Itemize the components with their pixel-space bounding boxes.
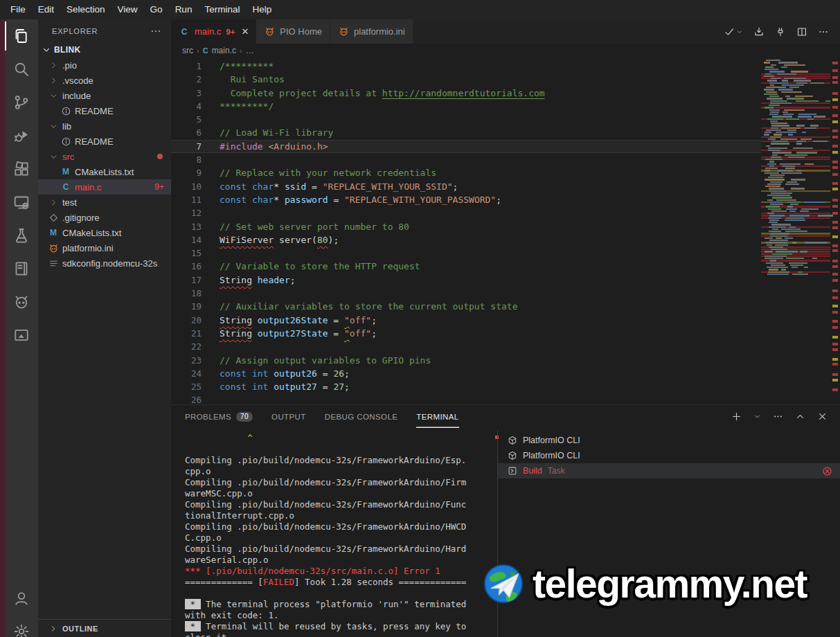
code-line-1[interactable]: 1/********* <box>171 60 761 73</box>
code-line-9[interactable]: 9// Replace with your network credential… <box>171 166 761 179</box>
tree-item-readme[interactable]: README <box>38 103 171 118</box>
serial-monitor-plug-icon[interactable] <box>775 26 786 37</box>
code-line-23[interactable]: 23// Assign output variables to GPIO pin… <box>171 354 761 367</box>
more-actions-icon[interactable] <box>818 26 829 37</box>
tree-root-blink[interactable]: BLINK <box>38 42 171 57</box>
thumbnails-icon[interactable] <box>5 318 38 352</box>
menu-selection[interactable]: Selection <box>60 0 111 19</box>
remote-explorer-icon[interactable] <box>5 186 38 219</box>
menu-file[interactable]: File <box>4 0 32 19</box>
tree-item-gitignore[interactable]: .gitignore <box>38 210 171 225</box>
code-line-6[interactable]: 6// Load Wi-Fi library <box>171 126 761 139</box>
code-text: const char* ssid = "REPLACE_WITH_YOUR_SS… <box>220 180 458 193</box>
ruler-mark <box>832 188 838 190</box>
minimap-line <box>761 228 830 230</box>
tree-item-lib[interactable]: lib <box>38 118 171 134</box>
terminal-profile-dropdown-icon[interactable] <box>753 413 761 420</box>
run-check-icon[interactable] <box>724 26 743 37</box>
outline-section[interactable]: OUTLINE <box>38 619 171 637</box>
menu-go[interactable]: Go <box>144 0 169 19</box>
extensions-icon[interactable] <box>5 152 38 186</box>
install-icon[interactable] <box>753 26 765 37</box>
close-panel-icon[interactable] <box>817 411 828 422</box>
breadcrumb-item-src[interactable]: src <box>182 46 193 55</box>
menu-terminal[interactable]: Terminal <box>198 0 246 19</box>
code-line-18[interactable]: 18 <box>171 287 761 300</box>
tree-item-cmakelists-txt[interactable]: MCMakeLists.txt <box>38 164 171 179</box>
menu-view[interactable]: View <box>111 0 144 19</box>
source-control-icon[interactable] <box>5 86 38 119</box>
accounts-icon[interactable] <box>5 582 38 615</box>
tab-main-c[interactable]: Cmain.c9+✕ <box>171 19 256 44</box>
panel-tab-debug-console[interactable]: DEBUG CONSOLE <box>325 405 398 428</box>
code-line-4[interactable]: 4*********/ <box>171 100 761 113</box>
docs-icon[interactable] <box>5 252 38 285</box>
code-line-13[interactable]: 13// Set web server port number to 80 <box>171 220 761 233</box>
code-line-15[interactable]: 15 <box>171 246 761 260</box>
tree-item-test[interactable]: test <box>38 195 171 210</box>
code-line-11[interactable]: 11const char* password = "REPLACE_WITH_Y… <box>171 193 761 206</box>
code-line-21[interactable]: 21String output27State = "off"; <box>171 327 761 340</box>
code-line-7[interactable]: 7#include <Arduino.h> <box>171 140 761 153</box>
terminal-session-platformio-cli[interactable]: PlatformIO CLI <box>498 448 840 463</box>
panel-tab-problems[interactable]: PROBLEMS70 <box>185 405 253 428</box>
minimap-line <box>761 156 830 158</box>
tree-item-vscode[interactable]: .vscode <box>38 73 171 88</box>
menu-run[interactable]: Run <box>169 0 199 19</box>
terminal-session-buildtask[interactable]: BuildTask <box>498 463 840 478</box>
code-line-22[interactable]: 22 <box>171 340 761 353</box>
testing-icon[interactable] <box>5 219 38 252</box>
code-line-2[interactable]: 2 Rui Santos <box>171 73 761 86</box>
minimap[interactable] <box>761 60 830 276</box>
tree-item-readme[interactable]: README <box>38 134 171 149</box>
minimap-line <box>761 125 830 126</box>
settings-icon[interactable] <box>5 615 38 637</box>
menu-help[interactable]: Help <box>246 0 278 19</box>
code-line-25[interactable]: 25const int output27 = 27; <box>171 380 761 393</box>
tree-item-main-c[interactable]: Cmain.c9+ <box>38 179 171 195</box>
platformio-icon[interactable] <box>5 285 38 318</box>
tree-item-include[interactable]: include <box>38 88 171 103</box>
code-line-26[interactable]: 26 <box>171 393 761 404</box>
more-actions-icon[interactable] <box>773 411 783 422</box>
panel-tab-output[interactable]: OUTPUT <box>271 405 306 428</box>
code-line-3[interactable]: 3 Complete project details at http://ran… <box>171 87 761 100</box>
breadcrumb-item-[interactable]: … <box>246 46 254 55</box>
code-line-19[interactable]: 19// Auxiliar variables to store the cur… <box>171 300 761 313</box>
maximize-panel-icon[interactable] <box>795 411 805 422</box>
code-line-24[interactable]: 24const int output26 = 26; <box>171 367 761 380</box>
code-line-5[interactable]: 5 <box>171 113 761 126</box>
breadcrumb-item-main-c[interactable]: main.c <box>212 46 236 55</box>
code-line-20[interactable]: 20String output26State = "off"; <box>171 314 761 327</box>
code-line-16[interactable]: 16// Variable to store the HTTP request <box>171 260 761 273</box>
code-editor[interactable]: 1/*********2 Rui Santos3 Complete projec… <box>171 57 840 404</box>
tree-item-pio[interactable]: .pio <box>38 57 171 73</box>
code-line-14[interactable]: 14WiFiServer server(80); <box>171 233 761 246</box>
new-terminal-icon[interactable] <box>731 411 742 422</box>
code-line-8[interactable]: 8 <box>171 153 761 166</box>
code-line-12[interactable]: 12 <box>171 206 761 219</box>
error-circle-icon[interactable] <box>822 466 832 476</box>
breadcrumb[interactable]: src›Cmain.c›… <box>171 44 840 57</box>
run-and-debug-icon[interactable] <box>5 119 38 152</box>
menu-edit[interactable]: Edit <box>32 0 60 19</box>
code-line-17[interactable]: 17String header; <box>171 273 761 287</box>
split-editor-icon[interactable] <box>796 26 807 37</box>
tree-item-platformio-ini[interactable]: platformio.ini <box>38 240 171 255</box>
tree-item-sdkconfig-nodemcu-32s[interactable]: sdkconfig.nodemcu-32s <box>38 255 171 271</box>
search-icon[interactable] <box>5 53 38 86</box>
terminal-session-platformio-cli[interactable]: PlatformIO CLI <box>498 433 840 448</box>
panel-tab-terminal[interactable]: TERMINAL <box>416 405 458 428</box>
more-actions-icon[interactable]: ⋯ <box>150 25 161 37</box>
tab-pio-home[interactable]: PIO Home <box>256 19 330 44</box>
terminal-output[interactable]: ^Compiling .pio/build/nodemcu-32s/Framew… <box>185 433 498 637</box>
close-icon[interactable]: ✕ <box>241 26 249 37</box>
explorer-icon[interactable] <box>5 19 38 53</box>
code-line-10[interactable]: 10const char* ssid = "REPLACE_WITH_YOUR_… <box>171 180 761 193</box>
chevron-right-icon <box>48 623 59 634</box>
overview-ruler[interactable] <box>830 57 840 404</box>
ruler-mark <box>832 373 838 376</box>
tree-item-src[interactable]: src <box>38 149 171 164</box>
tree-item-cmakelists-txt[interactable]: MCMakeLists.txt <box>38 225 171 240</box>
tab-platformio-ini[interactable]: platformio.ini <box>330 19 413 44</box>
